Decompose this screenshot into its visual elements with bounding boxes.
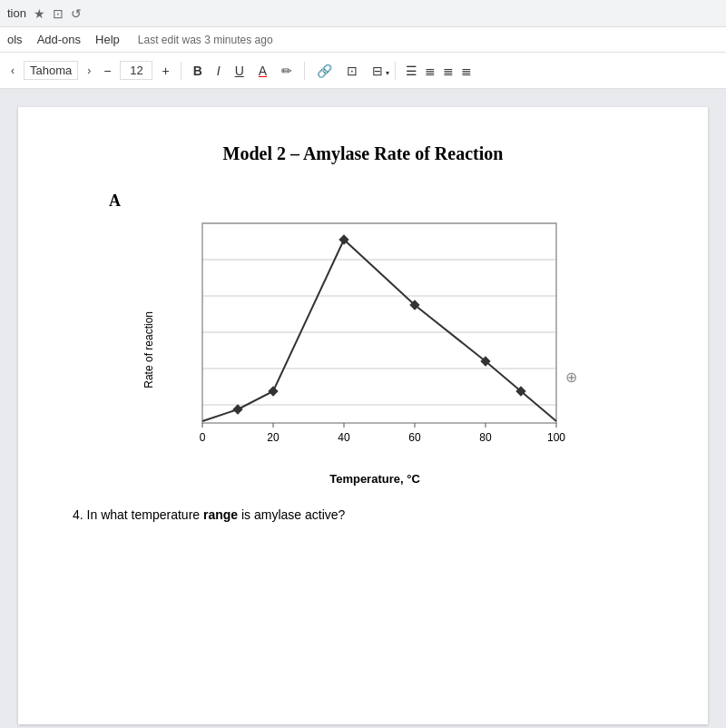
toolbar-separator-3 [395,62,396,80]
menu-item-tools[interactable]: ols [7,33,23,46]
align-left-button[interactable]: ☰ [403,62,420,80]
svg-text:100: 100 [547,431,565,444]
toolbar-arrow-left[interactable]: ‹ [7,63,18,79]
link-icon[interactable]: 🔗 [312,62,337,80]
fontsize-display[interactable]: 12 [120,61,152,80]
folder-icon[interactable]: ⊡ [53,6,64,21]
toolbar-separator-1 [181,62,182,80]
plus-button[interactable]: + [158,62,172,80]
svg-rect-6 [202,223,556,423]
chart-svg-wrapper: 0 20 40 60 80 100 [166,214,584,486]
toolbar-separator-2 [304,62,305,80]
history-icon[interactable]: ↺ [71,6,82,21]
underline-button[interactable]: U [231,62,249,80]
chart-title: Model 2 – Amylase Rate of Reaction [73,143,653,164]
svg-text:80: 80 [479,431,492,444]
data-point-1 [232,404,242,414]
svg-text:20: 20 [267,431,280,444]
svg-text:60: 60 [408,431,421,444]
data-point-2 [268,386,278,396]
top-bar: tion ★ ⊡ ↺ [0,0,726,27]
menu-item-help[interactable]: Help [95,33,120,46]
document-page: Model 2 – Amylase Rate of Reaction A Rat… [18,107,708,724]
chart-label-a: A [109,192,121,211]
star-icon[interactable]: ★ [34,6,45,21]
italic-button[interactable]: I [212,62,225,80]
image-icon-1[interactable]: ⊡ [342,62,362,80]
font-selector[interactable]: Tahoma [24,61,78,80]
align-right-button[interactable]: ≣ [440,62,456,80]
chart-svg: 0 20 40 60 80 100 [166,214,584,468]
toolbar: ‹ Tahoma › − 12 + B I U A ✏ 🔗 ⊡ ⊟▾ ☰ ≣ ≣… [0,53,726,89]
font-color-button[interactable]: A [254,62,271,80]
x-axis-label: Temperature, °C [166,472,584,486]
last-edit-text: Last edit was 3 minutes ago [138,34,273,46]
chart-line [202,240,556,421]
chart-container: A Rate of reaction [73,192,653,486]
bold-button[interactable]: B [189,62,207,80]
menu-bar: ols Add-ons Help Last edit was 3 minutes… [0,27,726,53]
svg-text:0: 0 [200,431,206,444]
svg-text:40: 40 [338,431,350,444]
question-text: In what temperature [87,507,203,522]
minus-button[interactable]: − [100,62,114,80]
question-number: 4. [73,507,83,522]
question-rest: is amylase active? [238,507,345,522]
align-buttons: ☰ ≣ ≣ ≣ [403,62,475,80]
menu-item-addons[interactable]: Add-ons [37,33,81,46]
question-4: 4. In what temperature range is amylase … [73,507,653,522]
align-center-button[interactable]: ≣ [422,62,438,80]
image-icon-2[interactable]: ⊟▾ [368,62,388,80]
chart-wrapper: Rate of reaction [142,214,584,486]
cursor-icon: ⊕ [565,369,577,385]
question-bold-word: range [203,507,238,522]
align-justify-button[interactable]: ≣ [458,62,475,80]
document-area: Model 2 – Amylase Rate of Reaction A Rat… [0,89,726,728]
y-axis-label: Rate of reaction [142,311,161,389]
toolbar-arrow-right[interactable]: › [83,63,94,79]
pencil-icon[interactable]: ✏ [277,62,297,80]
title-fragment: tion [7,6,26,20]
